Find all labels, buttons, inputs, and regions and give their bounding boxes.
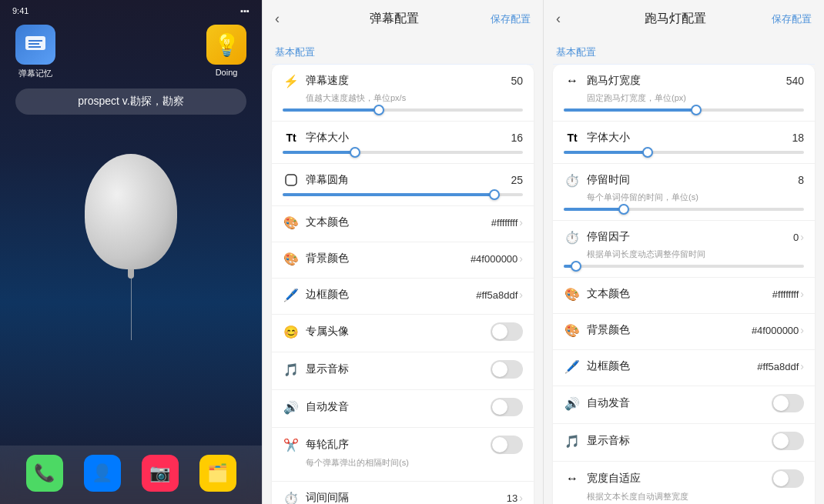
shuffle-icon: ✂️ xyxy=(283,436,300,453)
middle-back-button[interactable]: ‹ xyxy=(275,11,298,27)
dwellfactor-left: ⏱️ 停留因子 xyxy=(564,229,630,245)
radius-slider-thumb xyxy=(489,189,500,200)
r-textcolor-header: 🎨 文本颜色 #ffffffff › xyxy=(564,285,804,302)
r-textcolor-left: 🎨 文本颜色 xyxy=(564,285,630,302)
danmu-icon xyxy=(15,25,55,65)
bgcolor-left: 🎨 背景颜色 xyxy=(283,250,349,267)
r-bgcolor-left: 🎨 背景颜色 xyxy=(564,322,630,339)
word-card: prospect v.勘探，勘察 xyxy=(15,88,246,115)
avatar-toggle-thumb xyxy=(492,324,507,339)
phone-app[interactable]: 📞 xyxy=(26,455,63,492)
avatar-left: 😊 专属头像 xyxy=(283,323,349,340)
autosound-toggle-thumb xyxy=(492,399,507,415)
autowidth-toggle[interactable] xyxy=(772,469,804,488)
interval-config-item[interactable]: ⏱️ 词间间隔 13 › 每个弹幕弹出的相隔时间(s) xyxy=(272,482,534,504)
dwell-sublabel: 每个单词停留的时间，单位(s) xyxy=(587,192,804,203)
width-left: ↔ 跑马灯宽度 xyxy=(564,72,641,89)
contacts-app[interactable]: 👤 xyxy=(84,455,121,492)
interval-header: ⏱️ 词间间隔 13 › xyxy=(283,489,523,504)
r-phonetic-toggle[interactable] xyxy=(772,432,804,450)
r-bgcolor-config-item[interactable]: 🎨 背景颜色 #4f000000 › xyxy=(553,314,815,350)
dwell-config-item: ⏱️ 停留时间 8 每个单词停留的时间，单位(s) xyxy=(553,164,815,221)
interval-arrow-icon: › xyxy=(519,492,523,504)
bgcolor-config-item[interactable]: 🎨 背景颜色 #4f000000 › xyxy=(272,242,534,279)
radius-slider[interactable] xyxy=(283,193,523,196)
r-textcolor-value-arrow: #ffffffff › xyxy=(772,288,804,300)
width-slider[interactable] xyxy=(564,108,804,112)
r-bordercolor-label: 边框颜色 xyxy=(587,359,630,373)
textcolor-icon: 🎨 xyxy=(283,214,300,231)
top-apps-row: 弹幕记忆 💡 Doing xyxy=(0,18,262,79)
dwell-value: 8 xyxy=(798,174,804,186)
r-bgcolor-label: 背景颜色 xyxy=(587,323,630,337)
shuffle-toggle[interactable] xyxy=(491,436,523,454)
dwellfactor-slider-thumb xyxy=(571,261,581,272)
textcolor-label: 文本颜色 xyxy=(306,215,349,229)
app-danmu[interactable]: 弹幕记忆 xyxy=(15,25,55,79)
r-phonetic-header: 🎵 显示音标 xyxy=(564,432,804,450)
dwell-label: 停留时间 xyxy=(587,173,630,187)
dwellfactor-config-item: ⏱️ 停留因子 0 › 根据单词长度动态调整停留时间 xyxy=(553,221,815,278)
dwell-left: ⏱️ 停留时间 xyxy=(564,172,630,189)
r-bgcolor-header: 🎨 背景颜色 #4f000000 › xyxy=(564,322,804,339)
speed-left: ⚡ 弹幕速度 xyxy=(283,72,349,89)
bordercolor-header: 🖊️ 边框颜色 #ff5a8ddf › xyxy=(283,286,523,303)
middle-panel-title: 弹幕配置 xyxy=(298,11,491,27)
r-autosound-left: 🔊 自动发音 xyxy=(564,395,630,412)
speed-icon: ⚡ xyxy=(283,72,300,89)
r-textcolor-icon: 🎨 xyxy=(564,285,581,302)
r-fontsize-value: 18 xyxy=(792,132,804,144)
middle-config-content: 基本配置 ⚡ 弹幕速度 50 值越大速度越快，单位px/s xyxy=(263,38,543,504)
right-panel-title: 跑马灯配置 xyxy=(579,11,772,27)
r-bgcolor-arrow-icon: › xyxy=(800,324,804,336)
dwellfactor-slider[interactable] xyxy=(564,265,804,268)
balloon-body xyxy=(85,154,177,269)
avatar-config-item: 😊 专属头像 xyxy=(272,315,534,352)
bgcolor-label: 背景颜色 xyxy=(306,252,349,265)
r-fontsize-label: 字体大小 xyxy=(587,131,630,145)
width-icon: ↔ xyxy=(564,72,581,89)
textcolor-config-item[interactable]: 🎨 文本颜色 #ffffffff › xyxy=(272,206,534,242)
textcolor-header: 🎨 文本颜色 #ffffffff › xyxy=(283,214,523,231)
app-doing[interactable]: 💡 Doing xyxy=(206,25,246,79)
danmu-config-panel: ‹ 弹幕配置 保存配置 基本配置 ⚡ 弹幕速度 50 值越大速度越快，单位px/… xyxy=(262,0,543,504)
right-back-button[interactable]: ‹ xyxy=(556,11,579,27)
autowidth-toggle-thumb xyxy=(773,471,789,486)
interval-value-arrow: 13 › xyxy=(507,492,523,504)
radius-label: 弹幕圆角 xyxy=(306,173,349,187)
speed-header: ⚡ 弹幕速度 50 xyxy=(283,72,523,89)
shuffle-toggle-thumb xyxy=(492,437,507,452)
bordercolor-value-arrow: #ff5a8ddf › xyxy=(476,289,523,301)
right-basic-section: 基本配置 ↔ 跑马灯宽度 540 固定跑马灯宽度，单位(px) xyxy=(553,38,815,504)
speed-slider[interactable] xyxy=(283,108,523,112)
shuffle-left: ✂️ 每轮乱序 xyxy=(283,436,349,453)
middle-section-header: 基本配置 xyxy=(272,38,534,65)
middle-config-card: ⚡ 弹幕速度 50 值越大速度越快，单位px/s T xyxy=(272,65,534,504)
camera-app[interactable]: 📷 xyxy=(142,455,179,492)
autosound-toggle[interactable] xyxy=(491,398,523,416)
width-slider-fill xyxy=(564,108,696,112)
signal-icons: ▪▪▪ xyxy=(240,6,250,15)
r-autosound-label: 自动发音 xyxy=(587,396,630,410)
phonetic-toggle[interactable] xyxy=(491,360,523,379)
speed-slider-thumb xyxy=(373,105,384,115)
radius-left: 弹幕圆角 xyxy=(283,172,349,189)
bordercolor-config-item[interactable]: 🖊️ 边框颜色 #ff5a8ddf › xyxy=(272,279,534,315)
dwell-icon: ⏱️ xyxy=(564,172,581,189)
fontsize-slider[interactable] xyxy=(283,151,523,154)
r-textcolor-config-item[interactable]: 🎨 文本颜色 #ffffffff › xyxy=(553,278,815,314)
middle-save-button[interactable]: 保存配置 xyxy=(491,12,531,26)
dwell-slider[interactable] xyxy=(564,208,804,211)
fontsize-left: Tt 字体大小 xyxy=(283,129,349,146)
phonetic-icon: 🎵 xyxy=(283,361,300,378)
files-app[interactable]: 🗂️ xyxy=(199,455,236,492)
dwellfactor-value: 0 xyxy=(793,232,799,243)
r-phonetic-left: 🎵 显示音标 xyxy=(564,432,630,449)
radius-value: 25 xyxy=(511,174,523,186)
right-save-button[interactable]: 保存配置 xyxy=(772,12,812,26)
r-bordercolor-config-item[interactable]: 🖊️ 边框颜色 #ff5a8ddf › xyxy=(553,350,815,386)
r-fontsize-slider[interactable] xyxy=(564,151,804,154)
avatar-toggle[interactable] xyxy=(491,322,523,341)
speed-config-item: ⚡ 弹幕速度 50 值越大速度越快，单位px/s xyxy=(272,65,534,122)
r-autosound-toggle[interactable] xyxy=(772,394,804,412)
